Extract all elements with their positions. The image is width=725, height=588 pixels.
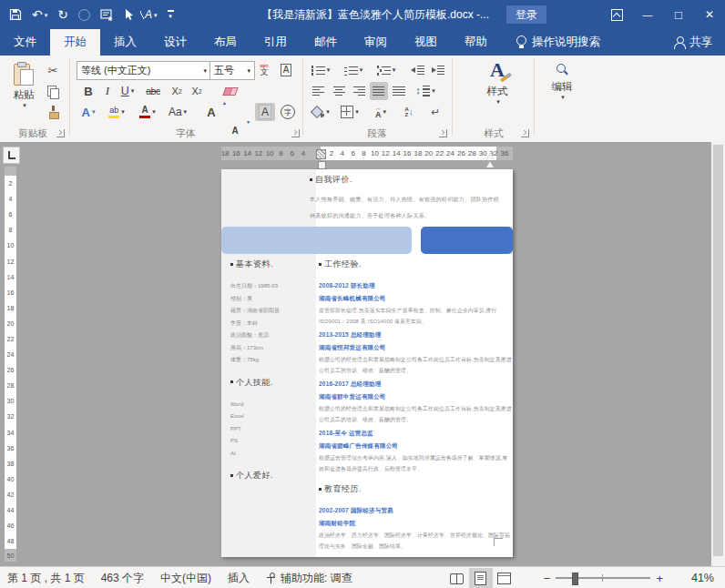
- work-description[interactable]: 根据公司的经营理念和发展战略制定公司各工作岗位员工作目标,负责制定及推进公司员工…: [319, 404, 513, 425]
- bold-button[interactable]: B: [80, 82, 97, 100]
- italic-button[interactable]: I: [100, 82, 115, 100]
- education-description[interactable]: 政治经济学、西方经济学、国际经济学、计量经济学、世界经济概论、国际贸易理论与实务…: [319, 531, 513, 552]
- work-period[interactable]: 2016-2017 总经理助理: [319, 380, 513, 388]
- skill-item[interactable]: PPT: [230, 423, 314, 436]
- phonetic-guide-button[interactable]: wén文: [255, 61, 273, 79]
- ribbon-tab[interactable]: 文件: [0, 29, 50, 56]
- minimize-button[interactable]: [632, 0, 663, 29]
- zoom-out-button[interactable]: −: [538, 572, 557, 585]
- basic-info-item[interactable]: 政治面貌：党员: [230, 329, 314, 342]
- highlight-color-button[interactable]: ab: [104, 103, 129, 121]
- select-pointer-icon[interactable]: [124, 8, 135, 21]
- font-color-button[interactable]: A: [135, 103, 160, 121]
- copy-button[interactable]: [44, 82, 62, 100]
- align-right-button[interactable]: [350, 82, 368, 100]
- character-shading-button[interactable]: A: [255, 103, 275, 121]
- cut-button[interactable]: [44, 61, 62, 79]
- numbering-button[interactable]: [342, 61, 364, 79]
- line-spacing-button[interactable]: [414, 82, 437, 100]
- paragraph-dialog-launcher[interactable]: [439, 129, 447, 137]
- character-border-button[interactable]: A: [277, 61, 295, 79]
- tab-selector-button[interactable]: [3, 147, 20, 164]
- bullets-button[interactable]: [310, 61, 332, 79]
- skill-item[interactable]: AI: [230, 448, 314, 461]
- redo-button[interactable]: [57, 8, 68, 21]
- web-layout-button[interactable]: [493, 568, 516, 588]
- login-button[interactable]: 登录: [506, 5, 546, 24]
- document-page[interactable]: 自我评价. 本人性格开朗、稳重、有活力、待人热情、有较强的组织能力、团队协作精神…: [221, 169, 513, 557]
- change-case-button[interactable]: Aa: [166, 103, 189, 121]
- basic-info-item[interactable]: 籍贯：湖南省邵阳县: [230, 305, 314, 318]
- work-company[interactable]: 湖南省恒邦货运有限公司: [319, 344, 513, 351]
- ribbon-tab[interactable]: 帮助: [451, 29, 501, 56]
- skill-item[interactable]: Word: [230, 399, 314, 411]
- basic-info-item[interactable]: 体重：75kg: [230, 354, 314, 367]
- ribbon-tab[interactable]: 布局: [200, 29, 250, 56]
- ribbon-tab[interactable]: 开始: [50, 29, 100, 56]
- asian-layout-button[interactable]: ↔A: [370, 103, 392, 121]
- education-period[interactable]: 2002-2007 国际经济与贸易: [319, 507, 513, 514]
- ribbon-tab[interactable]: 插入: [100, 29, 150, 56]
- clipboard-dialog-launcher[interactable]: [56, 129, 65, 137]
- styles-dialog-launcher[interactable]: [521, 129, 529, 137]
- clear-formatting-button[interactable]: [219, 82, 240, 100]
- format-tool-icon[interactable]: A: [145, 9, 158, 20]
- section-heading[interactable]: 教育经历.: [319, 484, 513, 493]
- zoom-percentage[interactable]: 41%: [681, 572, 714, 584]
- page-indicator[interactable]: 第 1 页 , 共 1 页: [7, 571, 85, 586]
- basic-info-item[interactable]: 学历：本科: [230, 318, 314, 330]
- share-button[interactable]: 共享: [674, 29, 725, 56]
- save-icon[interactable]: [9, 8, 22, 21]
- work-description[interactable]: 根据运营管理综合考评内容,深入、如实地到所属运营各场所了解、掌握情况,有效和促进…: [319, 453, 513, 474]
- customize-qat-icon[interactable]: [168, 10, 174, 19]
- work-description[interactable]: 质管部部长助理,负责落实车间生产质量检查、控制、兼任企业内审员,推行ISO900…: [319, 306, 513, 327]
- section-heading[interactable]: 工作经验.: [319, 259, 513, 269]
- ribbon-tab[interactable]: 设计: [150, 29, 200, 56]
- work-company[interactable]: 湖南省碧峰广告传媒有限公司: [319, 442, 513, 450]
- shading-button[interactable]: [310, 103, 332, 121]
- zoom-slider-thumb[interactable]: [572, 573, 578, 585]
- vertical-ruler[interactable]: 2468101214161820222426283032343638404244…: [5, 167, 16, 562]
- maximize-button[interactable]: [663, 0, 694, 29]
- ribbon-tab[interactable]: 审阅: [351, 29, 401, 56]
- increase-indent-button[interactable]: [428, 61, 446, 79]
- work-period[interactable]: 2018-至今 运营总监: [319, 430, 513, 437]
- ribbon-tab[interactable]: 邮件: [301, 29, 351, 56]
- section-heading[interactable]: 自我评价.: [310, 175, 508, 184]
- show-marks-button[interactable]: [426, 103, 444, 121]
- zoom-in-button[interactable]: +: [650, 572, 669, 585]
- vertical-scrollbar[interactable]: [711, 142, 725, 566]
- basic-info-item[interactable]: 性别：男: [230, 293, 314, 306]
- skill-item[interactable]: PS: [230, 435, 314, 448]
- undo-button[interactable]: [32, 8, 47, 21]
- ribbon-tab[interactable]: 视图: [401, 29, 451, 56]
- work-period[interactable]: 2013-2015 总经理助理: [319, 331, 513, 339]
- distribute-button[interactable]: [390, 82, 408, 100]
- close-button[interactable]: [694, 0, 725, 29]
- align-left-button[interactable]: [310, 82, 328, 100]
- accessibility-status[interactable]: 辅助功能: 调查: [266, 571, 352, 586]
- left-indent-marker[interactable]: [318, 161, 326, 169]
- right-indent-marker[interactable]: [486, 153, 494, 159]
- read-mode-button[interactable]: [445, 568, 469, 588]
- align-center-button[interactable]: [330, 82, 348, 100]
- section-heading[interactable]: 个人爱好.: [230, 471, 314, 480]
- superscript-button[interactable]: X2: [188, 82, 206, 100]
- strikethrough-button[interactable]: abc: [142, 82, 164, 100]
- justify-button[interactable]: [370, 82, 388, 100]
- zoom-slider[interactable]: [556, 577, 650, 579]
- editing-button[interactable]: 编辑: [541, 63, 583, 101]
- tell-me-search[interactable]: 操作说明搜索: [516, 29, 600, 56]
- enclose-characters-button[interactable]: 字: [279, 103, 297, 121]
- sort-button[interactable]: AZ: [399, 103, 419, 121]
- basic-info-item[interactable]: 身高：173cm: [230, 342, 314, 355]
- format-painter-button[interactable]: [44, 103, 62, 121]
- section-heading[interactable]: 个人技能.: [230, 378, 314, 387]
- scrollbar-thumb[interactable]: [713, 145, 723, 556]
- skill-item[interactable]: Excel: [230, 411, 314, 423]
- work-company[interactable]: 湖南省长峰机械有限公司: [319, 295, 513, 302]
- ribbon-display-options-button[interactable]: [601, 0, 632, 29]
- section-heading[interactable]: 基本资料.: [230, 259, 314, 269]
- work-company[interactable]: 湖南省郡中货运有限公司: [319, 393, 513, 400]
- right-margin-marker[interactable]: [486, 161, 494, 167]
